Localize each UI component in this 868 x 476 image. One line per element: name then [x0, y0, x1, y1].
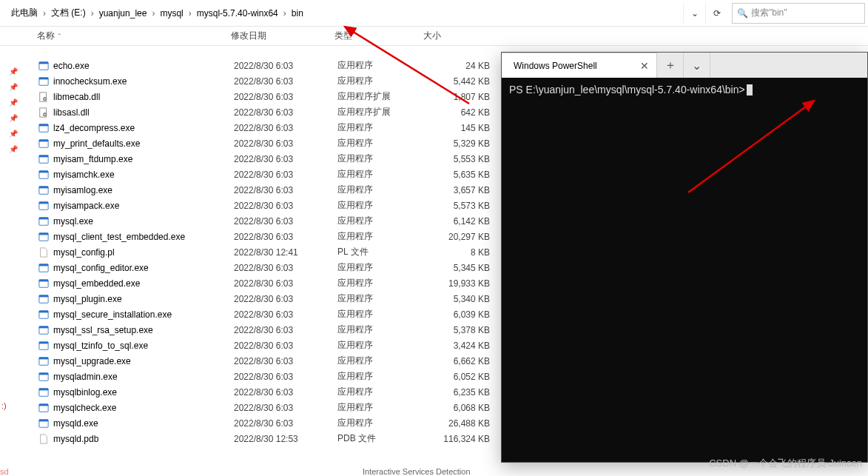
file-date: 2022/8/30 6:03 [234, 309, 337, 320]
file-name: mysqld.exe [53, 418, 234, 429]
file-row[interactable]: mysql_ssl_rsa_setup.exe2022/8/30 6:03应用程… [27, 322, 500, 338]
file-row[interactable]: mysql_plugin.exe2022/8/30 6:03应用程序5,340 … [27, 291, 500, 306]
chevron-right-icon: › [187, 8, 193, 19]
file-date: 2022/8/30 12:41 [234, 247, 337, 258]
file-size: 24 KB [426, 61, 493, 71]
pin-icon[interactable]: 📌 [0, 64, 27, 79]
exe-icon [37, 184, 50, 196]
file-row[interactable]: mysql_embedded.exe2022/8/30 6:03应用程序19,9… [27, 275, 500, 291]
file-name: myisamlog.exe [53, 185, 234, 195]
breadcrumb-bar: 此电脑› 文档 (E:)› yuanjun_lee› mysql› mysql-… [0, 0, 868, 27]
dropdown-button[interactable]: ⌄ [683, 3, 705, 24]
file-size: 5,378 KB [426, 325, 493, 335]
pin-icon[interactable]: 📌 [0, 110, 27, 126]
header-type[interactable]: 类型 [334, 30, 423, 42]
file-type: 应用程序扩展 [337, 106, 426, 118]
file-row[interactable]: mysqladmin.exe2022/8/30 6:03应用程序6,052 KB [27, 369, 500, 384]
crumb-5[interactable]: bin [288, 6, 307, 21]
crumb-3[interactable]: mysql [156, 6, 186, 21]
file-row[interactable]: mysqlcheck.exe2022/8/30 6:03应用程序6,068 KB [27, 400, 500, 415]
file-type: 应用程序 [337, 184, 426, 196]
footer-text: Interactive Services Detection [363, 467, 471, 476]
refresh-button[interactable]: ⟳ [705, 3, 727, 24]
file-date: 2022/8/30 6:03 [234, 325, 337, 335]
pin-icon[interactable]: 📌 [0, 79, 27, 95]
search-placeholder: 搜索"bin" [751, 7, 787, 19]
crumb-1[interactable]: 文档 (E:) [47, 4, 90, 21]
file-row[interactable]: mysqld.pdb2022/8/30 12:53PDB 文件116,324 K… [27, 431, 500, 446]
file-type: 应用程序 [337, 261, 426, 274]
crumb-2[interactable]: yuanjun_lee [95, 6, 151, 21]
file-row[interactable]: myisamlog.exe2022/8/30 6:03应用程序3,657 KB [27, 182, 500, 198]
file-row[interactable]: mysql_tzinfo_to_sql.exe2022/8/30 6:03应用程… [27, 338, 500, 353]
file-type: 应用程序 [337, 137, 426, 150]
file-row[interactable]: my_print_defaults.exe2022/8/30 6:03应用程序5… [27, 135, 500, 151]
file-size: 5,345 KB [426, 263, 493, 273]
file-name: mysql_secure_installation.exe [53, 309, 234, 320]
file-row[interactable]: mysql.exe2022/8/30 6:03应用程序6,142 KB [27, 213, 500, 229]
file-size: 6,039 KB [426, 309, 493, 320]
file-name: myisamchk.exe [53, 170, 234, 180]
breadcrumb-path[interactable]: 此电脑› 文档 (E:)› yuanjun_lee› mysql› mysql-… [3, 3, 683, 24]
file-row[interactable]: mysqlbinlog.exe2022/8/30 6:03应用程序6,235 K… [27, 384, 500, 400]
file-size: 26,488 KB [426, 418, 493, 429]
terminal-body[interactable]: PS E:\yuanjun_lee\mysql\mysql-5.7.40-win… [502, 78, 867, 101]
exe-icon [37, 200, 50, 212]
file-name: mysql_config.pl [53, 247, 234, 258]
file-name: mysqlbinlog.exe [53, 387, 234, 398]
file-row[interactable]: myisamchk.exe2022/8/30 6:03应用程序5,635 KB [27, 167, 500, 182]
svg-point-9 [44, 113, 46, 115]
file-name: mysql_ssl_rsa_setup.exe [53, 325, 234, 335]
file-row[interactable]: mysqld.exe2022/8/30 6:03应用程序26,488 KB [27, 415, 500, 431]
tab-close-button[interactable]: ✕ [640, 60, 649, 72]
header-name[interactable]: 名称⌃ [37, 30, 231, 42]
file-size: 6,662 KB [426, 356, 493, 366]
file-date: 2022/8/30 6:03 [234, 356, 337, 366]
svg-rect-33 [39, 310, 48, 312]
file-row[interactable]: mysql_upgrade.exe2022/8/30 6:03应用程序6,662… [27, 353, 500, 369]
pin-icon[interactable]: 📌 [0, 126, 27, 141]
file-row[interactable]: mysql_secure_installation.exe2022/8/30 6… [27, 306, 500, 322]
file-name: myisampack.exe [53, 201, 234, 211]
file-row[interactable]: mysql_config_editor.exe2022/8/30 6:03应用程… [27, 260, 500, 275]
file-size: 5,340 KB [426, 294, 493, 304]
file-name: lz4_decompress.exe [53, 123, 234, 133]
file-type: 应用程序 [337, 292, 426, 305]
file-name: mysql.exe [53, 216, 234, 227]
file-date: 2022/8/30 6:03 [234, 216, 337, 227]
file-row[interactable]: myisampack.exe2022/8/30 6:03应用程序5,573 KB [27, 198, 500, 213]
file-size: 642 KB [426, 107, 493, 118]
header-size[interactable]: 大小 [423, 30, 490, 42]
file-date: 2022/8/30 6:03 [234, 232, 337, 242]
file-row[interactable]: echo.exe2022/8/30 6:03应用程序24 KB [27, 58, 500, 73]
pin-icon[interactable]: 📌 [0, 141, 27, 157]
file-date: 2022/8/30 6:03 [234, 278, 337, 289]
file-row[interactable]: mysql_client_test_embedded.exe2022/8/30 … [27, 229, 500, 244]
file-name: mysql_embedded.exe [53, 278, 234, 289]
file-type: 应用程序 [337, 121, 426, 134]
search-box[interactable]: 🔍 搜索"bin" [732, 3, 865, 24]
header-date[interactable]: 修改日期 [231, 30, 334, 42]
file-name: my_print_defaults.exe [53, 138, 234, 149]
terminal-tab[interactable]: Windows PowerShell ✕ [502, 53, 657, 78]
exe-icon [37, 293, 50, 305]
file-row[interactable]: mysql_config.pl2022/8/30 12:41PL 文件8 KB [27, 244, 500, 260]
file-row[interactable]: libmecab.dll2022/8/30 6:03应用程序扩展1,807 KB [27, 89, 500, 104]
file-size: 8 KB [426, 247, 493, 258]
tab-dropdown-button[interactable]: ⌄ [684, 53, 710, 78]
file-size: 6,142 KB [426, 216, 493, 227]
crumb-0[interactable]: 此电脑 [7, 4, 41, 21]
file-type: 应用程序 [337, 339, 426, 352]
file-row[interactable]: innochecksum.exe2022/8/30 6:03应用程序5,442 … [27, 73, 500, 89]
file-row[interactable]: libsasl.dll2022/8/30 6:03应用程序扩展642 KB [27, 104, 500, 120]
crumb-4[interactable]: mysql-5.7.40-winx64 [193, 6, 282, 21]
file-type: 应用程序 [337, 417, 426, 429]
new-tab-button[interactable]: ＋ [657, 53, 684, 78]
file-size: 5,635 KB [426, 170, 493, 180]
file-name: innochecksum.exe [53, 76, 234, 87]
drive-label[interactable]: :) [1, 401, 7, 410]
file-row[interactable]: myisam_ftdump.exe2022/8/30 6:03应用程序5,553… [27, 151, 500, 167]
file-row[interactable]: lz4_decompress.exe2022/8/30 6:03应用程序145 … [27, 120, 500, 135]
pin-icon[interactable]: 📌 [0, 95, 27, 110]
svg-rect-41 [39, 372, 48, 375]
